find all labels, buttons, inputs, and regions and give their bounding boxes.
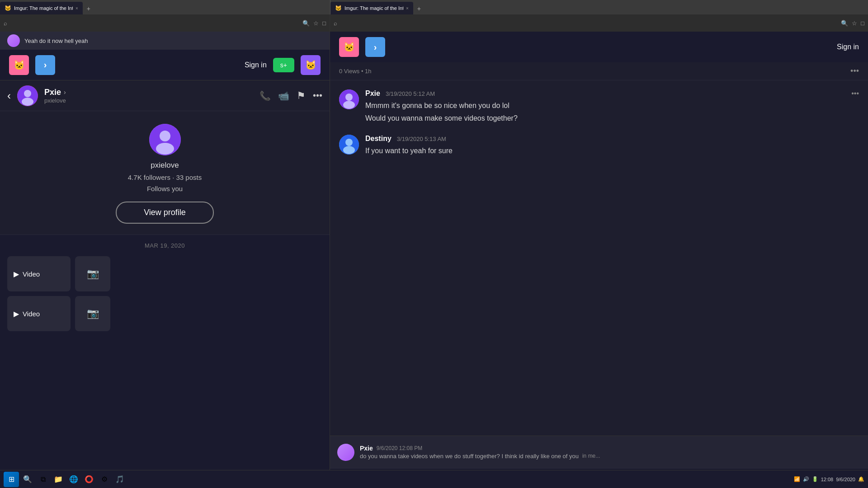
- chat-name-row: Pxie ›: [44, 88, 66, 97]
- right-star-icon[interactable]: ☆: [852, 20, 857, 27]
- message-1-name: Pxie: [365, 89, 380, 98]
- left-imgur-nav: 🐱 › Sign in s+ 🐱: [0, 50, 330, 80]
- message-2-header: Destiny 3/19/2020 5:13 AM: [365, 135, 859, 143]
- notification-bar: Yeah do it now hell yeah: [0, 32, 330, 50]
- imgur-forward-left[interactable]: ›: [35, 55, 55, 75]
- chat-name-area: Pxie › pxielove: [44, 88, 66, 104]
- back-arrow-icon: ‹: [7, 89, 11, 102]
- forward-arrow-icon-left: ›: [44, 60, 47, 70]
- views-text: 0 Views • 1h: [339, 68, 372, 75]
- task-view-button[interactable]: ⧉: [36, 473, 50, 486]
- new-tab-right-button[interactable]: +: [413, 3, 425, 14]
- message-2-text1: If you want to yeah for sure: [365, 145, 859, 156]
- preview-badge: in me...: [582, 453, 600, 460]
- notification-center-icon[interactable]: 🔔: [858, 476, 864, 482]
- views-more-dots[interactable]: •••: [850, 66, 859, 76]
- message-1-text2: Would you wanna make some videos togethe…: [365, 113, 859, 124]
- camera-icon-2: 📷: [87, 308, 99, 319]
- taskbar: ⊞ 🔍 ⧉ 📁 🌐 ⭕ ⚙ 🎵 📶 🔊 🔋 12:08 9/6/2020 🔔: [0, 470, 868, 488]
- video-thumb-1[interactable]: ▶ Video: [7, 256, 71, 291]
- imgur-forward-right[interactable]: ›: [365, 37, 385, 57]
- media-items-list: ▶ Video 📷 ▶ Video 📷: [0, 253, 330, 335]
- green-plus-left-button[interactable]: s+: [273, 58, 294, 72]
- profile-follows-text: Follows you: [147, 185, 183, 192]
- camera-icon-1: 📷: [87, 268, 99, 280]
- music-button[interactable]: 🎵: [113, 473, 127, 486]
- pxie-avatar-svg: [339, 89, 359, 109]
- screenshot-icon[interactable]: □: [322, 20, 326, 27]
- chat-header-actions: 📞 📹 ⚑ •••: [259, 90, 322, 102]
- start-button[interactable]: ⊞: [4, 472, 19, 487]
- message-2-avatar: [339, 135, 359, 155]
- video-call-button[interactable]: 📹: [278, 90, 289, 101]
- more-options-button[interactable]: •••: [313, 90, 322, 101]
- star-icon[interactable]: ☆: [313, 20, 319, 27]
- imgur-logo-left[interactable]: 🐱: [9, 55, 29, 75]
- message-1-time: 3/19/2020 5:12 AM: [386, 90, 435, 97]
- svg-point-8: [343, 101, 355, 109]
- signin-left-button[interactable]: Sign in: [245, 61, 267, 69]
- message-2-content: Destiny 3/19/2020 5:13 AM If you want to…: [365, 135, 859, 156]
- gear-icon: ⚙: [101, 475, 108, 483]
- date-display: 9/6/2020: [836, 477, 855, 482]
- signin-right-button[interactable]: Sign in: [837, 43, 859, 51]
- flag-icon: ⚑: [297, 90, 306, 101]
- network-icon: 📶: [794, 476, 800, 482]
- video-icon: 📹: [278, 91, 289, 101]
- preview-text: do you wanna take videos when we do stuf…: [360, 453, 579, 460]
- chat-handle: pxielove: [44, 97, 66, 104]
- forward-arrow-icon-right: ›: [374, 42, 377, 52]
- settings-button[interactable]: ⚙: [98, 473, 111, 486]
- profile-avatar-svg: [149, 124, 181, 155]
- video-thumb-2[interactable]: ▶ Video: [7, 296, 71, 331]
- phone-button[interactable]: 📞: [259, 90, 271, 101]
- flag-button[interactable]: ⚑: [297, 90, 306, 102]
- tab-left-active[interactable]: 🐱 Imgur: The magic of the Inter... ×: [0, 2, 83, 14]
- profile-stats-text: 4.7K followers · 33 posts: [128, 174, 202, 181]
- more-dots-icon: •••: [313, 90, 322, 100]
- left-addr-icons: 🔍 ☆ □: [302, 20, 326, 27]
- imgur-logo2-left[interactable]: 🐱: [301, 55, 321, 75]
- back-button[interactable]: ‹: [7, 89, 11, 102]
- plus-icon-left: s+: [280, 61, 287, 69]
- tab-right-active[interactable]: 🐱 Imgur: The magic of the Inter... ×: [330, 2, 413, 14]
- media-row-1: ▶ Video 📷: [7, 256, 322, 291]
- edge-button[interactable]: 🌐: [67, 473, 80, 486]
- message-1-more-icon[interactable]: •••: [851, 89, 859, 98]
- imgur-logo-right[interactable]: 🐱: [339, 37, 359, 57]
- main-panels: ⌕ 🔍 ☆ □ Yeah do it now hell yeah 🐱 › Sig…: [0, 14, 868, 488]
- camera-thumb-1[interactable]: 📷: [75, 256, 110, 291]
- svg-point-1: [24, 90, 31, 97]
- tab-right-close[interactable]: ×: [406, 6, 409, 11]
- messages-area: Pxie 3/19/2020 5:12 AM ••• Mmmm it's gon…: [330, 80, 868, 436]
- chat-header-avatar: [17, 85, 38, 106]
- svg-point-7: [345, 94, 353, 101]
- video-label-2: Video: [23, 310, 40, 318]
- file-explorer-button[interactable]: 📁: [52, 473, 65, 486]
- search-taskbar-button[interactable]: 🔍: [21, 473, 34, 486]
- chat-header: ‹ Pxie › pxielove: [0, 80, 330, 111]
- preview-bar[interactable]: Pxie 9/6/2020 12:08 PM do you wanna take…: [330, 436, 868, 468]
- destiny-avatar-svg: [339, 135, 359, 155]
- svg-point-2: [22, 98, 33, 106]
- browser-tab-bar: 🐱 Imgur: The magic of the Inter... × + 🐱…: [0, 0, 868, 14]
- taskbar-right-area: 📶 🔊 🔋 12:08 9/6/2020 🔔: [794, 476, 864, 482]
- chat-username: Pxie: [44, 88, 61, 97]
- left-addr-icon: ⌕: [4, 20, 7, 27]
- video-label-1: Video: [23, 270, 40, 278]
- clock-display: 12:08: [821, 477, 834, 482]
- music-icon: 🎵: [115, 475, 124, 483]
- tab-left-close[interactable]: ×: [75, 6, 78, 11]
- notification-text: Yeah do it now hell yeah: [24, 38, 88, 44]
- right-screenshot-icon[interactable]: □: [861, 20, 864, 27]
- notif-avatar: [7, 34, 20, 47]
- preview-avatar: [337, 444, 354, 461]
- chrome-button[interactable]: ⭕: [82, 473, 96, 486]
- tab-right-label: Imgur: The magic of the Inter...: [344, 5, 403, 11]
- view-profile-button[interactable]: View profile: [116, 202, 214, 224]
- camera-thumb-2[interactable]: 📷: [75, 296, 110, 331]
- left-panel: ⌕ 🔍 ☆ □ Yeah do it now hell yeah 🐱 › Sig…: [0, 14, 330, 488]
- message-2: Destiny 3/19/2020 5:13 AM If you want to…: [339, 135, 859, 156]
- zoom-icon: 🔍: [302, 20, 310, 27]
- new-tab-left-button[interactable]: +: [83, 3, 94, 14]
